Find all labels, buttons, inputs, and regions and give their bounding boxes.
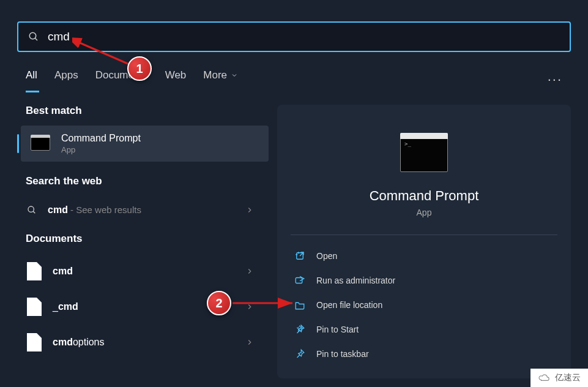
action-label: Pin to taskbar [316, 349, 369, 359]
annotation-callout-2: 2 [207, 291, 231, 315]
doc-name: cmd [53, 266, 73, 276]
doc-name: cmd [53, 337, 73, 347]
result-command-prompt[interactable]: Command Prompt App [21, 126, 269, 162]
web-suffix: - See web results [68, 205, 141, 215]
annotation-callout-1: 1 [127, 56, 152, 81]
preview-app-icon [400, 133, 448, 172]
section-search-web: Search the web [26, 175, 269, 187]
preview-subtitle: App [291, 208, 557, 217]
action-open-location[interactable]: Open file location [291, 293, 557, 317]
svg-point-2 [28, 206, 34, 212]
document-item[interactable]: cmdoptions [17, 325, 269, 360]
results-panel: Best match Command Prompt App Search the… [17, 105, 269, 378]
action-label: Open file location [316, 300, 382, 310]
watermark: 亿速云 [530, 369, 588, 387]
doc-prefix: _ [53, 301, 58, 312]
svg-line-6 [77, 42, 133, 66]
document-icon [27, 333, 42, 351]
tab-more-label: More [203, 69, 227, 81]
search-icon [28, 31, 39, 42]
action-label: Open [316, 251, 337, 261]
action-label: Pin to Start [316, 325, 359, 334]
preview-panel: Command Prompt App Open Run as administr… [277, 105, 571, 378]
tab-all[interactable]: All [26, 69, 37, 92]
section-documents: Documents [26, 233, 269, 245]
watermark-text: 亿速云 [555, 372, 581, 383]
document-item[interactable]: cmd [17, 254, 269, 289]
action-label: Run as administrator [316, 276, 395, 285]
action-pin-taskbar[interactable]: Pin to taskbar [291, 342, 557, 366]
web-search-result[interactable]: cmd - See web results [17, 196, 269, 224]
pin-icon [294, 348, 305, 359]
filter-tabs: All Apps Documents Web More ··· [17, 69, 571, 92]
svg-point-0 [29, 32, 36, 39]
open-icon [294, 250, 305, 261]
search-icon [27, 205, 37, 215]
tab-apps[interactable]: Apps [54, 69, 78, 92]
cloud-icon [538, 374, 551, 382]
chevron-right-icon [245, 338, 254, 347]
section-best-match: Best match [26, 105, 269, 117]
svg-line-3 [33, 211, 35, 213]
doc-rest: options [73, 337, 105, 347]
document-icon [27, 262, 42, 280]
preview-title: Command Prompt [291, 188, 557, 204]
document-icon [27, 298, 42, 316]
terminal-icon [31, 137, 50, 151]
action-pin-start[interactable]: Pin to Start [291, 317, 557, 342]
chevron-right-icon [245, 206, 254, 214]
action-open[interactable]: Open [291, 244, 557, 268]
tab-more[interactable]: More [203, 69, 238, 92]
chevron-down-icon [231, 72, 238, 79]
divider [291, 235, 557, 235]
doc-name: cmd [58, 301, 78, 312]
action-run-admin[interactable]: Run as administrator [291, 268, 557, 293]
more-menu-icon[interactable]: ··· [548, 72, 562, 88]
result-title: Command Prompt [61, 133, 141, 144]
svg-line-1 [35, 38, 37, 40]
annotation-arrow-2 [231, 297, 299, 309]
admin-icon [294, 275, 305, 286]
tab-web[interactable]: Web [165, 69, 187, 92]
result-subtitle: App [61, 145, 141, 154]
pin-icon [294, 324, 305, 335]
chevron-right-icon [245, 267, 254, 276]
web-match: cmd [48, 205, 68, 215]
